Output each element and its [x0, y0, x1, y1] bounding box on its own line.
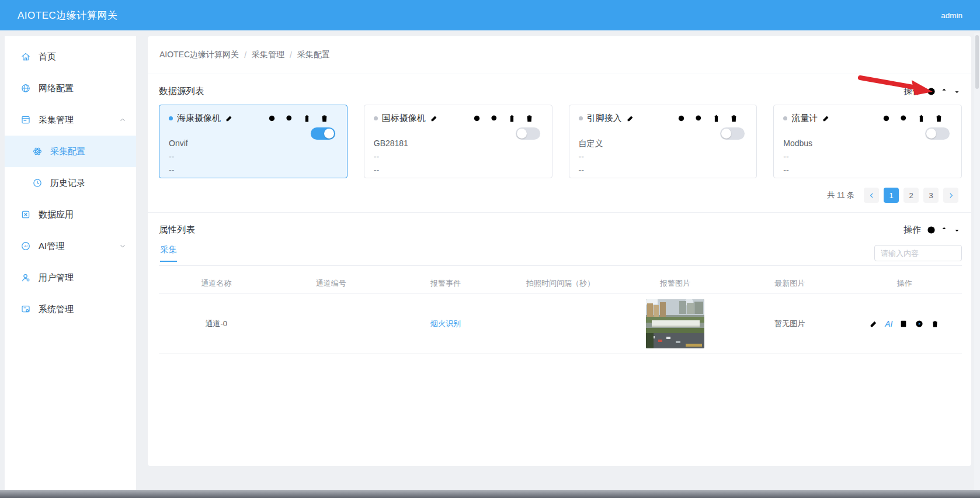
- gear-icon[interactable]: [676, 113, 686, 123]
- upload-icon[interactable]: [939, 87, 949, 96]
- edit-icon[interactable]: [626, 114, 635, 123]
- upload-icon[interactable]: [939, 225, 949, 235]
- edit-icon[interactable]: [430, 114, 439, 123]
- sidebar-item-history[interactable]: 历史记录: [5, 167, 136, 199]
- sidebar-item-label: 用户管理: [39, 272, 74, 283]
- app-title: AIOTEC边缘计算网关: [18, 9, 117, 22]
- gear-icon[interactable]: [881, 113, 891, 123]
- sidebar: 首页 网络配置 采集管理 采集配置 历史记录 数据应用 AI管理: [5, 36, 136, 490]
- top-header-bar: AIOTEC边缘计算网关 admin: [0, 0, 980, 30]
- search-icon[interactable]: [489, 113, 499, 123]
- sidebar-item-label: 采集管理: [39, 115, 74, 126]
- status-dot: [783, 116, 787, 120]
- chevron-down-icon: [119, 242, 127, 250]
- sidebar-item-network-config[interactable]: 网络配置: [5, 72, 136, 104]
- actions-label: 操作: [903, 224, 921, 236]
- card-details: Onvif -- --: [169, 137, 339, 177]
- search-icon[interactable]: [284, 113, 294, 123]
- column-header: 通道编号: [273, 278, 388, 289]
- search-icon[interactable]: [899, 113, 909, 123]
- sidebar-item-home[interactable]: 首页: [5, 41, 136, 72]
- breadcrumb-item-root[interactable]: AIOTEC边缘计算网关: [159, 50, 239, 60]
- toggle-knob: [926, 129, 936, 139]
- user-menu[interactable]: admin: [941, 11, 962, 20]
- download-icon[interactable]: [952, 87, 962, 96]
- trash-icon[interactable]: [524, 113, 534, 123]
- search-icon[interactable]: [694, 113, 704, 123]
- trash-icon[interactable]: [729, 113, 739, 123]
- ai-op-icon[interactable]: AI: [885, 319, 892, 328]
- scrollbar-track: [974, 33, 980, 490]
- tag-icon[interactable]: [507, 113, 517, 123]
- pagination-page-2[interactable]: 2: [903, 188, 919, 203]
- ai-icon: [20, 241, 31, 251]
- tab-collection[interactable]: 采集: [160, 244, 177, 262]
- sidebar-item-label: 数据应用: [39, 209, 74, 220]
- history-icon: [32, 178, 43, 188]
- card-action-icons: [881, 113, 944, 123]
- sidebar-item-data-application[interactable]: 数据应用: [5, 199, 136, 230]
- toggle-knob: [517, 129, 527, 139]
- sidebar-item-user-management[interactable]: 用户管理: [5, 262, 136, 293]
- download-icon[interactable]: [952, 225, 962, 235]
- attributes-section-title: 属性列表: [159, 224, 195, 236]
- search-input[interactable]: [874, 245, 962, 261]
- enable-toggle[interactable]: [311, 127, 335, 140]
- tab-bar: 采集: [159, 244, 962, 266]
- pagination-next-button[interactable]: [943, 188, 958, 203]
- edit-icon[interactable]: [822, 114, 830, 123]
- play-icon[interactable]: [915, 319, 924, 328]
- trash-icon[interactable]: [319, 113, 329, 123]
- card-action-icons: [676, 113, 739, 123]
- atom-icon: [32, 146, 43, 157]
- column-header: 拍照时间间隔（秒）: [503, 278, 617, 289]
- card-action-icons: [472, 113, 534, 123]
- collection-icon: [20, 115, 31, 125]
- bottom-bar: [0, 490, 980, 498]
- gear-icon[interactable]: [472, 113, 482, 123]
- datasource-card-hikvision-camera[interactable]: 海康摄像机 Onvif -- --: [159, 105, 347, 178]
- enable-toggle[interactable]: [516, 127, 540, 140]
- field-value: --: [783, 164, 953, 177]
- pagination-page-3[interactable]: 3: [923, 188, 939, 203]
- datasource-card-flow-meter[interactable]: 流量计 Modbus -- --: [773, 105, 962, 178]
- edit-icon[interactable]: [869, 319, 878, 328]
- enable-toggle[interactable]: [720, 127, 745, 140]
- main-panel: AIOTEC边缘计算网关 / 采集管理 / 采集配置 数据源列表 操作: [148, 36, 971, 466]
- breadcrumb-separator: /: [244, 50, 246, 60]
- gear-icon[interactable]: [267, 113, 277, 123]
- sidebar-item-collection-config[interactable]: 采集配置: [5, 136, 136, 167]
- breadcrumb-item-collection-management[interactable]: 采集管理: [252, 50, 284, 60]
- edit-icon[interactable]: [225, 114, 234, 123]
- trash-icon[interactable]: [934, 113, 944, 123]
- section-divider: [148, 212, 971, 213]
- sidebar-item-ai-management[interactable]: AI管理: [5, 230, 136, 262]
- alarm-image-thumbnail[interactable]: [646, 299, 704, 348]
- sidebar-item-collection-management[interactable]: 采集管理: [5, 104, 136, 136]
- pagination-total: 共 11 条: [827, 190, 854, 200]
- alarm-event-link[interactable]: 烟火识别: [388, 319, 503, 329]
- card-action-icons: [267, 113, 329, 123]
- datasource-card-pin-access[interactable]: 引脚接入 自定义 -- --: [569, 105, 757, 178]
- chevron-up-icon: [119, 116, 127, 124]
- app-window: AIOTEC边缘计算网关 admin 首页 网络配置 采集管理 采集配置 历史记…: [0, 0, 980, 498]
- tag-icon[interactable]: [916, 113, 926, 123]
- attributes-section-header: 属性列表 操作: [159, 221, 962, 238]
- add-circle-icon[interactable]: [926, 87, 936, 96]
- datasource-actions: 操作: [903, 86, 962, 97]
- enable-toggle[interactable]: [925, 127, 950, 140]
- log-icon[interactable]: [899, 319, 908, 328]
- datasource-card-gb-camera[interactable]: 国标摄像机 GB28181 -- --: [364, 105, 552, 178]
- home-icon: [20, 51, 31, 62]
- pagination-prev-button[interactable]: [864, 188, 879, 203]
- trash-icon[interactable]: [930, 319, 940, 328]
- scrollbar-thumb[interactable]: [975, 35, 979, 89]
- datasource-name: 国标摄像机: [382, 113, 426, 124]
- channel-name-cell: 通道-0: [159, 319, 273, 329]
- pagination-page-1[interactable]: 1: [884, 188, 899, 203]
- sidebar-item-system-management[interactable]: 系统管理: [5, 293, 136, 325]
- tag-icon[interactable]: [302, 113, 312, 123]
- tag-icon[interactable]: [711, 113, 721, 123]
- add-circle-icon[interactable]: [926, 225, 936, 235]
- column-header: 通道名称: [159, 278, 273, 289]
